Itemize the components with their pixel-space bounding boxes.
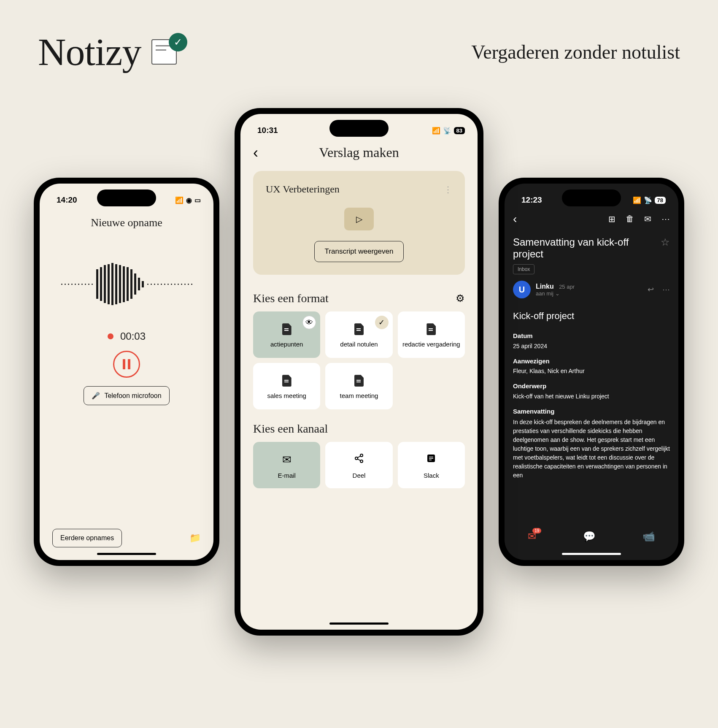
format-card-team[interactable]: team meeting	[325, 363, 392, 409]
channel-card-share[interactable]: Deel	[325, 442, 392, 488]
back-icon[interactable]: ‹	[513, 212, 517, 226]
svg-point-0	[360, 454, 363, 457]
sender-date: 25 apr	[559, 284, 575, 290]
nav-video-icon[interactable]: 📹	[642, 530, 655, 542]
sender-avatar[interactable]: U	[513, 281, 531, 298]
status-icons: 📶 📡 78	[633, 196, 666, 204]
channel-label: Slack	[424, 471, 439, 480]
format-label: team meeting	[340, 392, 378, 400]
topic-label: Onderwerp	[513, 382, 670, 391]
wifi-icon: 📡	[443, 127, 451, 135]
signal-icon: 📶	[432, 127, 440, 135]
document-icon	[282, 375, 292, 387]
battery-icon: 83	[454, 127, 465, 134]
phone-mockup-recording: 14:20 📶 ◉ ▭ Nieuwe opname	[34, 178, 219, 566]
check-icon: ✓	[169, 33, 187, 51]
format-card-detail-notulen[interactable]: ✓ detail notulen	[325, 311, 392, 358]
format-section-title: Kies een format	[253, 292, 329, 305]
format-label: detail notulen	[340, 340, 378, 349]
document-icon	[354, 323, 364, 335]
phone-mockup-email: 12:23 📶 📡 78 ‹ ⊞ 🗑 ✉ ⋯ Samenvatting van …	[499, 178, 684, 566]
more-icon[interactable]: ⋯	[662, 285, 670, 294]
attendees-value: Fleur, Klaas, Nick en Arthur	[513, 367, 670, 376]
email-subject: Samenvatting van kick-off project	[513, 236, 661, 260]
email-title: Kick-off project	[513, 309, 670, 323]
recording-title: UX Verbeteringen	[266, 184, 340, 195]
nav-mail-icon[interactable]: ✉ 19	[528, 530, 536, 542]
svg-line-3	[357, 456, 360, 457]
battery-icon: 78	[655, 197, 666, 204]
mic-label: Telefoon microfoon	[104, 392, 161, 400]
waveform-visualization	[40, 238, 213, 322]
gear-icon[interactable]: ⚙	[456, 292, 465, 304]
signal-icon: 📶	[175, 196, 184, 204]
format-label: actiepunten	[270, 340, 303, 349]
brand-logo-icon: ✓	[149, 33, 187, 71]
more-icon[interactable]: ⋯	[661, 214, 670, 224]
play-button[interactable]: ▷	[344, 208, 374, 230]
svg-rect-8	[429, 460, 432, 460]
check-icon: ✓	[375, 316, 389, 329]
mail-icon: ✉	[282, 453, 292, 466]
star-icon[interactable]: ☆	[661, 236, 670, 248]
nav-badge: 19	[532, 528, 541, 533]
mic-icon: 🎤	[92, 392, 100, 400]
date-value: 25 april 2024	[513, 342, 670, 351]
svg-point-1	[355, 457, 358, 460]
document-icon	[354, 375, 364, 387]
recording-indicator-icon	[108, 333, 113, 339]
format-card-redactie[interactable]: redactie vergadering	[398, 311, 465, 358]
svg-point-2	[360, 460, 363, 463]
signal-icon: 📶	[633, 196, 641, 204]
wifi-icon: 📡	[644, 196, 652, 204]
mail-icon[interactable]: ✉	[644, 214, 651, 224]
svg-rect-6	[429, 457, 433, 457]
show-transcript-button[interactable]: Transcript weergeven	[314, 241, 404, 262]
folder-icon[interactable]: 📁	[189, 533, 201, 544]
summary-text: In deze kick-off bespreken de deelnemers…	[513, 418, 670, 480]
trash-icon[interactable]: 🗑	[626, 214, 634, 224]
previous-recordings-button[interactable]: Eerdere opnames	[52, 529, 122, 547]
channel-label: E-mail	[278, 471, 296, 480]
slack-icon	[426, 453, 436, 466]
status-time: 10:31	[257, 126, 278, 135]
microphone-select-button[interactable]: 🎤 Telefoon microfoon	[84, 386, 169, 405]
sender-to[interactable]: aan mij	[536, 290, 553, 297]
svg-rect-7	[429, 458, 433, 459]
status-icons: 📶 ◉ ▭	[175, 196, 201, 204]
brand: Notizy ✓	[38, 30, 187, 74]
home-indicator[interactable]	[562, 553, 621, 555]
recording-card: UX Verbeteringen ⋮ ▷ Transcript weergeve…	[253, 171, 465, 275]
status-icons: 📶 📡 83	[432, 127, 465, 135]
home-indicator[interactable]	[329, 622, 389, 625]
document-icon	[426, 323, 436, 335]
format-card-sales[interactable]: sales meeting	[253, 363, 320, 409]
home-indicator[interactable]	[97, 553, 156, 555]
more-options-icon[interactable]: ⋮	[444, 184, 452, 195]
document-icon	[282, 323, 292, 335]
tagline: Vergaderen zonder notulist	[471, 41, 680, 63]
attendees-label: Aanwezigen	[513, 357, 670, 366]
phone-mockup-report: 10:31 📶 📡 83 ‹ Verslag maken UX Verbeter…	[235, 108, 483, 636]
share-icon	[354, 453, 364, 466]
reply-icon[interactable]: ↩	[648, 285, 654, 294]
screen-title: Nieuwe opname	[40, 208, 213, 238]
nav-chat-icon[interactable]: 💬	[583, 530, 596, 542]
wifi-icon: ◉	[186, 196, 192, 204]
archive-icon[interactable]: ⊞	[608, 214, 615, 224]
date-label: Datum	[513, 331, 670, 341]
back-button[interactable]: ‹	[253, 144, 258, 162]
sender-name: Linku	[536, 283, 554, 290]
inbox-badge[interactable]: Inbox	[513, 264, 534, 274]
status-time: 12:23	[521, 195, 542, 205]
format-card-actiepunten[interactable]: 👁 actiepunten	[253, 311, 320, 358]
channel-card-slack[interactable]: Slack	[398, 442, 465, 488]
status-time: 14:20	[57, 195, 77, 205]
pause-button[interactable]	[113, 351, 140, 378]
battery-icon: ▭	[194, 196, 201, 204]
eye-icon: 👁	[302, 316, 316, 329]
chevron-down-icon[interactable]: ⌄	[555, 290, 560, 297]
channel-label: Deel	[353, 471, 366, 480]
pause-icon	[123, 359, 130, 369]
channel-card-email[interactable]: ✉ E-mail	[253, 442, 320, 488]
